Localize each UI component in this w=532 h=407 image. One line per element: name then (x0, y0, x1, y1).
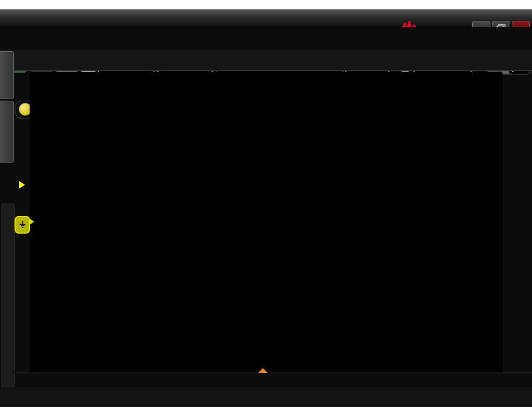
ground-marker-tip-icon (30, 219, 34, 225)
graticule-svg (30, 72, 502, 373)
tab-time-meas[interactable] (0, 51, 14, 99)
trigger-time-marker[interactable] (258, 368, 268, 373)
acquisition-toolbar (0, 27, 532, 50)
channel1-ground-marker[interactable] (15, 216, 30, 234)
graticule-bottom-border (15, 373, 532, 373)
measurements-panel-collapsed[interactable] (2, 204, 15, 406)
window-title (0, 0, 532, 9)
trigger-arrow-icon (19, 181, 25, 188)
timebase-bar (0, 387, 532, 407)
graticule-top-border (15, 71, 532, 71)
channel-bar (0, 50, 532, 71)
graticule-plot-area[interactable] (30, 72, 502, 373)
tab-vertical-meas[interactable] (0, 101, 14, 162)
ground-icon (20, 221, 25, 228)
trigger-level-marker[interactable] (19, 181, 25, 188)
menu-bar (0, 9, 532, 27)
oscilloscope-app (0, 0, 532, 407)
